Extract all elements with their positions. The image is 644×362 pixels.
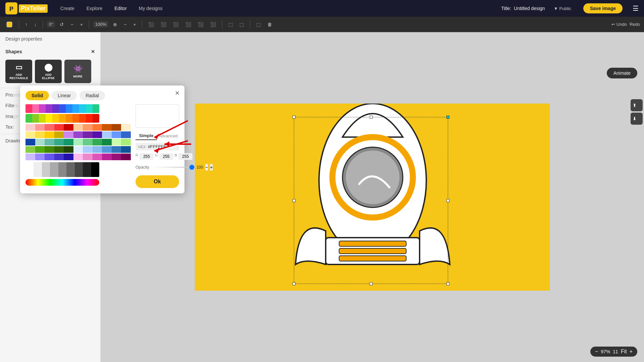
swatch[interactable] [52, 104, 59, 113]
swatch[interactable] [46, 114, 52, 123]
zoom-plus[interactable]: + [131, 20, 138, 28]
swatch[interactable] [54, 131, 64, 138]
swatch[interactable] [83, 139, 93, 145]
swatch[interactable] [59, 104, 66, 113]
align-left[interactable]: ⬛ [146, 20, 156, 28]
swatch[interactable] [66, 114, 72, 123]
swatch[interactable] [32, 114, 39, 123]
b-input[interactable] [178, 153, 193, 160]
nav-create[interactable]: Create [58, 4, 77, 12]
swatch[interactable] [59, 114, 66, 123]
swatch[interactable] [25, 139, 35, 145]
swatch[interactable] [121, 124, 131, 131]
zoom-icon-button[interactable]: ⊕ [111, 20, 119, 28]
delete-button[interactable]: 🗑 [265, 20, 274, 28]
swatch[interactable] [25, 154, 35, 160]
picker-close-button[interactable]: ✕ [175, 89, 180, 97]
swatch[interactable] [79, 104, 86, 113]
close-shapes-icon[interactable]: ✕ [91, 49, 95, 54]
swatch[interactable] [112, 154, 121, 160]
swatch[interactable] [86, 104, 93, 113]
r-input[interactable] [140, 153, 154, 160]
flip-v[interactable]: ⬚ [237, 20, 246, 28]
swatch[interactable] [73, 154, 83, 160]
swatch[interactable] [25, 124, 35, 131]
swatch[interactable] [46, 104, 52, 113]
nav-mydesigns[interactable]: My designs [136, 4, 165, 12]
swatch[interactable] [39, 114, 46, 123]
swatch[interactable] [35, 139, 45, 145]
swatch[interactable] [83, 162, 91, 177]
redo-button[interactable]: Redo [630, 22, 640, 27]
align-center[interactable]: ⬛ [159, 20, 168, 28]
swatch[interactable] [121, 139, 131, 145]
ok-button[interactable]: Ok [136, 175, 179, 188]
swatch[interactable] [45, 131, 54, 138]
fill-color-button[interactable] [4, 20, 15, 29]
swatch[interactable] [93, 146, 102, 153]
simple-tab[interactable]: Simple [136, 132, 157, 140]
angle-plus[interactable]: + [78, 20, 85, 28]
swatch[interactable] [32, 104, 39, 113]
save-image-button[interactable]: Save image [583, 3, 623, 13]
swatch[interactable] [102, 154, 112, 160]
swatch[interactable] [54, 139, 64, 145]
swatch[interactable] [45, 146, 54, 153]
swatch[interactable] [121, 146, 131, 153]
swatch[interactable] [72, 104, 79, 113]
align-right[interactable]: ⬛ [171, 20, 181, 28]
canvas-area[interactable]: Animate − 97% 11 Fit + ⬆ ⬇ [101, 32, 644, 362]
swatch[interactable] [54, 124, 64, 131]
swatch[interactable] [45, 124, 54, 131]
swatch[interactable] [112, 139, 121, 145]
opacity-plus[interactable]: + [210, 164, 213, 171]
public-button[interactable]: ▼ Public [552, 5, 573, 12]
swatch[interactable] [64, 146, 73, 153]
zoom-out-button[interactable]: − [595, 349, 598, 355]
tab-radial[interactable]: Radial [79, 91, 105, 100]
add-ellipse-button[interactable]: ⬤ ADD ELLIPSE [35, 60, 62, 83]
advanced-tab[interactable]: Advanced [157, 132, 179, 140]
swatch[interactable] [91, 162, 99, 177]
swatch[interactable] [121, 154, 131, 160]
swatch[interactable] [25, 146, 35, 153]
undo-button[interactable]: ↩ Undo [611, 22, 627, 27]
swatch[interactable] [25, 131, 35, 138]
swatch[interactable] [75, 162, 83, 177]
swatch[interactable] [93, 104, 99, 113]
swatch[interactable] [66, 162, 74, 177]
swatch[interactable] [112, 131, 121, 138]
swatch[interactable] [112, 146, 121, 153]
swatch[interactable] [54, 154, 64, 160]
swatch[interactable] [86, 114, 93, 123]
swatch[interactable] [54, 146, 64, 153]
opacity-slider[interactable] [151, 167, 195, 168]
align-bottom[interactable]: ⬛ [208, 20, 218, 28]
swatch[interactable] [93, 114, 99, 123]
align-top[interactable]: ⬛ [183, 20, 193, 28]
swatch[interactable] [35, 154, 45, 160]
swatch[interactable] [39, 104, 46, 113]
add-more-button[interactable]: 👾 MORE [64, 60, 91, 83]
swatch[interactable] [66, 104, 72, 113]
zoom-in-button[interactable]: + [630, 349, 633, 355]
swatch[interactable] [64, 139, 73, 145]
swatch[interactable] [64, 131, 73, 138]
tab-linear[interactable]: Linear [52, 91, 77, 100]
swatch[interactable] [34, 162, 42, 177]
swatch[interactable] [35, 124, 45, 131]
swatch[interactable] [50, 162, 58, 177]
swatch[interactable] [83, 146, 93, 153]
swatch[interactable] [73, 139, 83, 145]
swatch[interactable] [73, 131, 83, 138]
tab-solid[interactable]: Solid [25, 91, 49, 100]
swatch[interactable] [93, 139, 102, 145]
menu-icon[interactable]: ☰ [633, 4, 639, 12]
swatch[interactable] [83, 124, 93, 131]
swatch[interactable] [83, 131, 93, 138]
animate-button[interactable]: Animate [607, 68, 637, 78]
swatch[interactable] [25, 114, 32, 123]
hex-input[interactable] [148, 144, 171, 149]
frame-button[interactable]: ⬚ [254, 20, 263, 28]
swatch[interactable] [35, 146, 45, 153]
